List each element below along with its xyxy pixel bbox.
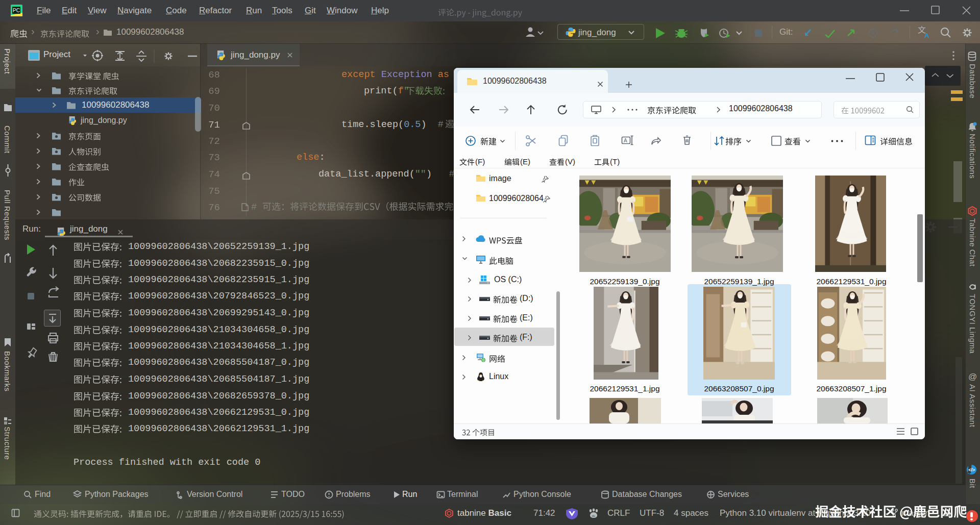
svg-text:du: du — [592, 514, 596, 517]
svg-text:A: A — [924, 32, 929, 39]
svg-text:A: A — [624, 138, 627, 143]
svg-text:PC: PC — [13, 8, 20, 13]
svg-text:</>: </> — [968, 467, 975, 472]
